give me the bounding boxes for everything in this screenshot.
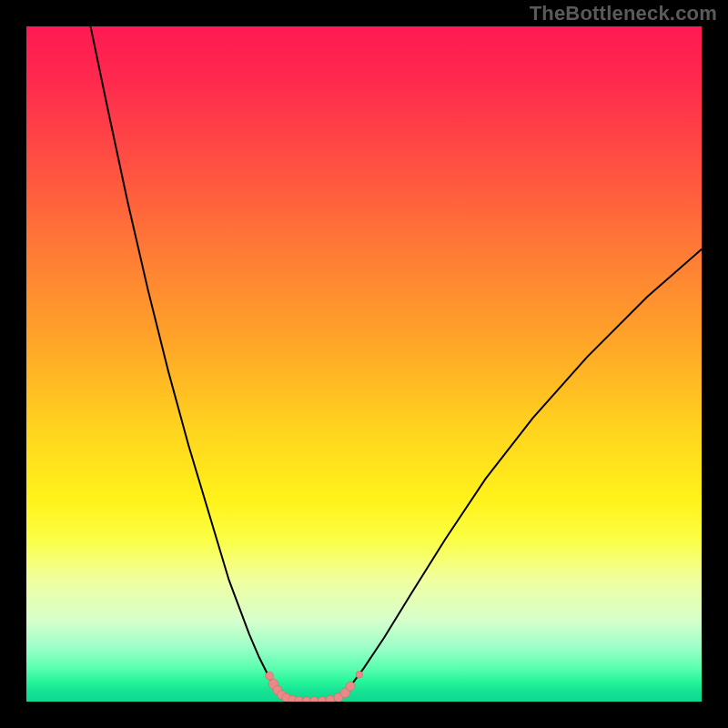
chart-gradient-background: [26, 26, 702, 702]
watermark-text: TheBottleneck.com: [530, 2, 717, 25]
chart-frame: [26, 26, 702, 702]
